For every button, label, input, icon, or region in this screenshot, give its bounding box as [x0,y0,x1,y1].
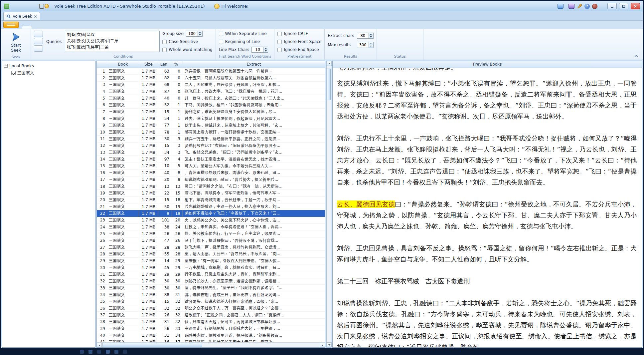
result-row[interactable]: 23 三国演义 1.7 MB 101 20 火，以惑关公之心。关公见下邳火起，心… [97,217,325,224]
tree-root-local-books[interactable]: Local Books [3,62,94,69]
taskbar-icon[interactable] [106,350,110,354]
group-size-down[interactable] [198,34,202,37]
ribbon-tab[interactable] [22,26,32,29]
lamp-icon[interactable] [45,4,49,8]
taskbar-icon[interactable] [123,350,127,354]
taskbar-icon[interactable] [80,350,84,354]
result-row[interactable]: 8 三国演义 1.7 MB 54 1 过去。张宝就马上披发仗剑，作起妖法，只见风… [97,115,325,122]
result-row[interactable]: 9 三国演义 1.7 MB 77 1 伏于山头，候贼赶来，从高坡上放之，其法可解… [97,122,325,129]
close-button[interactable] [631,3,640,9]
result-row[interactable]: 41 三国演义 1.7 MB 16 37 江夏已进军。先拨伏刀斧手五十人于门后，… [97,339,325,342]
minimize-button[interactable] [607,3,617,9]
vertical-scroll-thumb[interactable] [327,69,331,100]
tree-item-book[interactable]: 三国演义 [3,69,94,77]
ignore-end-space-checkbox[interactable] [277,48,282,52]
case-sensitive-checkbox[interactable] [162,40,167,44]
tools-icon[interactable] [577,4,582,9]
tab-vole-seek[interactable]: Vole Seek [3,12,40,20]
display-icon[interactable] [568,4,574,9]
app-menu-button[interactable] [3,22,19,28]
result-row[interactable]: 39 三国演义 1.7 MB 56 33 夺路而走。行到鹊尾坡，只听喊声大起，一… [97,325,325,332]
result-row[interactable]: 27 三国演义 1.7 MB 28 28 张飞大喝一声，挺矛直出，将对阵裨将刺死… [97,244,325,251]
result-row[interactable]: 13 三国演义 1.7 MB 34 3 飞。备结义兄弟也。”绍曰：“乃同破黄巾刘… [97,149,325,156]
titlebar-menu-item[interactable] [32,5,39,7]
query-slot-button[interactable] [34,38,43,44]
result-row[interactable]: 20 三国演义 1.7 MB 15 18 射下。车胄绕城而走，云长赶来，手起一刀… [97,197,325,203]
app-home-icon[interactable] [4,4,9,9]
col-header-size[interactable]: Size [139,61,158,68]
browser-icon[interactable] [592,4,597,9]
result-row[interactable]: 34 三国演义 1.7 MB 88 31 荐，选择吉期，斋戒三日，薰沐更衣，再往… [97,291,325,298]
result-row[interactable]: 17 三国演义 1.7 MB 20 8 却说刘玄德引军到。融曰：“曹兵势大，操又… [97,177,325,183]
max-results-down[interactable] [369,45,373,48]
result-row[interactable]: 32 三国演义 1.7 MB 30 30 刘泌乃长沙人，亦汉室宗亲，遂请玄德到家… [97,278,325,285]
book-checkbox[interactable] [11,71,16,75]
start-seek-button[interactable]: Start Seek [4,31,28,54]
result-row[interactable]: 6 三国演义 1.7 MB 52 1 下马。问其缘故。植曰：“我围张角将及可破，… [97,102,325,109]
query-slot-button[interactable] [34,45,43,52]
taskbar-icon[interactable] [97,350,101,354]
ribbon-tab[interactable] [43,26,53,29]
result-row[interactable]: 24 三国演义 1.7 MB 38 24 往投之，未知真实。今幸得遇使君！”玄德… [97,224,325,230]
result-row[interactable]: 15 三国演义 1.7 MB 10 5 可入关。望诸公大军为援。今不若分兵三路入… [97,163,325,170]
taskbar-icon[interactable] [88,350,92,354]
result-row[interactable]: 11 三国演义 1.7 MB 30 3 精兵一万五千，路经德州平原县。正行之间，… [97,136,325,142]
result-row[interactable]: 35 三国演义 1.7 MB 15 32 话分两头。却说玄德差人打探江东消息，回… [97,298,325,305]
horizontal-scroll-thumb[interactable] [102,343,202,347]
extract-chars-up[interactable] [369,33,373,36]
scroll-down-button[interactable] [327,342,332,347]
max-results-input[interactable] [357,42,369,48]
result-row[interactable]: 19 三国演义 1.7 MB 22 15 济北下寨。高顺得令，引军回击刘备，恰与… [97,190,325,196]
maximize-button[interactable] [619,3,628,9]
result-row[interactable]: 18 三国演义 1.7 MB 13 13 灵曰：“请问解之之法。”布曰：“我有一… [97,183,325,190]
result-row[interactable]: 25 三国演义 1.7 MB 26 26 辞。关公教车仗先行。行至一庄，庄主出迎… [97,230,325,237]
col-header-len[interactable]: Len [158,61,172,68]
queries-input[interactable]: 刘备|玄德|皇叔 关羽|云长|关公|关将军|二弟 张飞|翼德|飞将军|三弟 [65,31,160,52]
result-row[interactable]: 21 三国演义 1.7 MB 50 19 兵先截刘岱后路；中路三停人马，抢入寨中… [97,203,325,210]
theme-palette-icon[interactable] [39,4,44,9]
result-row[interactable]: 36 三国演义 1.7 MB 32 32 明公之众不过数千人，万一曹兵至，何以迎… [97,305,325,312]
col-header-extract[interactable]: Extract [183,61,325,68]
result-row[interactable]: 12 三国演义 1.7 MB 15 3 贤弟何故在此？”玄德曰：“旧日蒙兄保备为… [97,143,325,149]
result-row[interactable]: 22 三国演义 1.7 MB 9 19 弟如何不遵法令？飞曰：“今番放了，下次又… [97,210,325,217]
col-header-percent[interactable]: % [172,61,183,68]
titlebar-menu-item[interactable] [25,5,31,7]
horizontal-scroll-track[interactable] [102,343,320,347]
extract-chars-input[interactable] [357,33,369,39]
result-row[interactable]: 40 三国演义 1.7 MB 31 34 赐爵关内侯，便教引军开道。探马报说：“… [97,332,325,339]
within-separate-line-checkbox[interactable] [219,32,223,36]
tree-expander-icon[interactable] [4,64,8,68]
query-slot-button[interactable] [34,31,43,37]
group-size-input[interactable] [186,31,198,37]
beginning-of-line-checkbox[interactable] [219,40,223,44]
tab-close-icon[interactable] [34,15,37,18]
col-header-num[interactable] [97,61,107,68]
result-row[interactable]: 14 三国演义 1.7 MB 97 4 盟主！誓扶王室定太平。温侯吕布世无比，雄… [97,156,325,163]
line-max-chars-down[interactable] [263,50,268,53]
help-icon[interactable]: ? [584,4,590,9]
scroll-left-button[interactable] [97,343,102,348]
titlebar-menu-item[interactable] [17,5,24,7]
result-row[interactable]: 7 三国演义 1.7 MB 15 1 势利之徒，谁识英雄是白身？安得快人如翼德，… [97,109,325,115]
result-row[interactable]: 10 三国演义 1.7 MB 78 1 邮两腿上着力鞭打，一连打折柳条十数枝。玄… [97,129,325,136]
max-results-up[interactable] [369,42,373,45]
ignore-crlf-checkbox[interactable] [277,32,282,36]
result-row[interactable]: 4 三国演义 1.7 MB 87 0 张飞庄上，共议大事。飞曰：“我庄后有一桃园… [97,88,325,95]
line-max-chars-input[interactable] [251,47,263,53]
result-row[interactable]: 26 三国演义 1.7 MB 47 26 马于门旗下，操以鞭指曰：“吾待汝不薄，… [97,237,325,244]
extract-chars-down[interactable] [369,36,373,39]
scroll-right-button[interactable] [320,343,325,348]
group-size-up[interactable] [198,31,202,34]
col-header-book[interactable]: Book [107,61,139,68]
result-row[interactable]: 1 三国演义 1.7 MB 63 0 兴兵雪恨 曹阿瞒鏖战夺袍第五十九回 许褚裸… [97,68,325,75]
result-row[interactable]: 28 三国演义 1.7 MB 55 28 至，请入山寨。关公曰：“吾寻兄长，不敢… [97,251,325,257]
result-row[interactable]: 29 三国演义 1.7 MB 14 29 童来报：“有一将军，引数百人到庄来也。… [97,258,325,264]
line-max-chars-up[interactable] [263,47,268,50]
ribbon-tab[interactable] [33,26,43,29]
scroll-up-button[interactable] [327,61,332,66]
result-row[interactable]: 16 三国演义 1.7 MB 40 8 、青州田楷欣然领兵来救。陶谦心安。原来孔… [97,170,325,176]
whole-word-checkbox[interactable] [162,48,167,52]
result-row[interactable]: 2 三国演义 1.7 MB 82 0 六十五回 马超大战葭萌关 刘备自领益州牧第… [97,75,325,81]
vertical-scroll-track[interactable] [327,66,331,342]
result-row[interactable]: 3 三国演义 1.7 MB 68 0 二人，面如重枣，唇若涂脂；丹凤眼，卧蚕眉，… [97,82,325,88]
